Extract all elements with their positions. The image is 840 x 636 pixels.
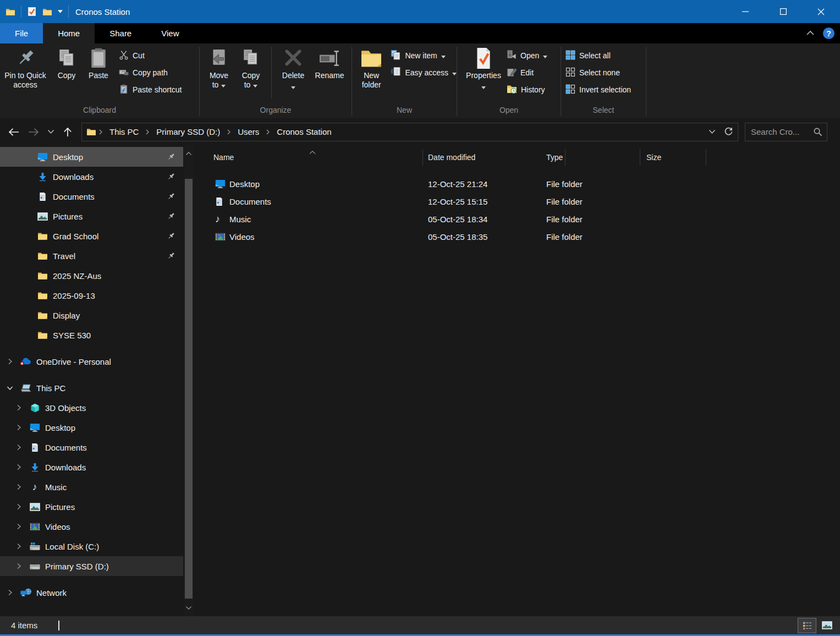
folder-icon[interactable] (42, 8, 52, 16)
breadcrumb-item[interactable]: This PC (105, 127, 143, 136)
file-row-music[interactable]: ♪Music05-Oct-25 18:34File folder (194, 210, 840, 228)
paste-shortcut-button[interactable]: Paste shortcut (119, 83, 182, 96)
file-row-desktop[interactable]: Desktop12-Oct-25 21:24File folder (194, 175, 840, 193)
history-button[interactable]: History (507, 83, 547, 96)
chevron-right-icon[interactable] (13, 522, 24, 531)
sidebar-item-music[interactable]: ♪Music (0, 477, 183, 497)
chevron-right-icon[interactable] (4, 588, 15, 597)
sidebar-item-display[interactable]: Display (0, 305, 183, 325)
sidebar-item-downloads[interactable]: Downloads (0, 167, 183, 187)
column-header-date-modified[interactable]: Date modified (428, 145, 475, 169)
sidebar-item-primary-ssd-d[interactable]: Primary SSD (D:) (0, 556, 183, 576)
sidebar-item-3d-objects[interactable]: 3D Objects (0, 398, 183, 418)
sidebar-item-documents[interactable]: Documents (0, 187, 183, 206)
sidebar-item-travel[interactable]: Travel (0, 246, 183, 266)
details-view-button[interactable] (798, 618, 816, 633)
sidebar-item-grad-school[interactable]: Grad School (0, 226, 183, 246)
sidebar-item-videos[interactable]: Videos (0, 517, 183, 536)
breadcrumb-item[interactable]: Users (233, 127, 263, 136)
search-icon[interactable] (813, 127, 827, 136)
sidebar-item-local-disk-c[interactable]: Local Disk (C:) (0, 536, 183, 556)
sidebar-item-syse-530[interactable]: SYSE 530 (0, 325, 183, 345)
tab-view[interactable]: View (146, 23, 194, 43)
collapse-ribbon-icon[interactable] (805, 29, 815, 38)
forward-button[interactable] (25, 124, 42, 140)
chevron-right-icon[interactable] (13, 562, 24, 571)
pin-to-quick-access-button[interactable]: Pin to Quick access (0, 43, 51, 90)
breadcrumb-item[interactable]: Primary SSD (D:) (152, 127, 224, 136)
chevron-right-icon[interactable] (13, 443, 24, 452)
back-button[interactable] (6, 124, 22, 140)
chevron-right-icon[interactable] (4, 357, 15, 366)
sidebar-item-downloads[interactable]: Downloads (0, 457, 183, 477)
file-row-videos[interactable]: Videos05-Oct-25 18:35File folder (194, 228, 840, 245)
column-header-type[interactable]: Type (546, 145, 563, 169)
rename-button[interactable]: Rename (310, 43, 349, 80)
breadcrumb-chevron-icon[interactable] (265, 129, 271, 135)
breadcrumb-chevron-icon[interactable] (144, 129, 151, 135)
chevron-right-icon[interactable] (13, 502, 24, 511)
column-header-size[interactable]: Size (646, 145, 661, 169)
column-divider[interactable] (640, 149, 640, 166)
minimize-button[interactable] (726, 0, 764, 23)
sidebar-item-network[interactable]: Network (0, 583, 183, 602)
file-row-documents[interactable]: Documents12-Oct-25 15:15File folder (194, 193, 840, 210)
copy-to-button[interactable]: Copy to (235, 43, 267, 90)
column-header-name[interactable]: Name (213, 145, 234, 169)
recent-locations-icon[interactable] (45, 124, 56, 140)
address-bar[interactable]: This PCPrimary SSD (D:)UsersCronos Stati… (81, 123, 738, 141)
properties-check-icon[interactable] (27, 7, 37, 17)
tab-file[interactable]: File (0, 23, 43, 43)
toolbar-dropdown-icon[interactable] (58, 10, 63, 13)
paste-button[interactable]: Paste (83, 43, 114, 80)
refresh-icon[interactable] (721, 124, 735, 140)
new-folder-button[interactable]: New folder (355, 43, 387, 90)
new-item-button[interactable]: New item (391, 49, 457, 62)
scrollbar-thumb[interactable] (185, 179, 193, 599)
sidebar-item-onedrive-personal[interactable]: OneDrive - Personal (0, 352, 183, 371)
chevron-right-icon[interactable] (13, 483, 24, 491)
chevron-down-icon[interactable] (4, 383, 15, 392)
sidebar-item-2025-09-13[interactable]: 2025-09-13 (0, 286, 183, 305)
select-none-button[interactable]: Select none (566, 66, 631, 79)
cut-button[interactable]: Cut (119, 49, 182, 62)
select-all-button[interactable]: Select all (566, 49, 631, 62)
open-button[interactable]: Open (507, 49, 547, 62)
copy-path-button[interactable]: Copy path (119, 66, 182, 79)
chevron-right-icon[interactable] (13, 542, 24, 551)
easy-access-button[interactable]: Easy access (391, 66, 457, 79)
close-button[interactable] (802, 0, 840, 23)
edit-button[interactable]: Edit (507, 66, 547, 79)
copy-button[interactable]: Copy (51, 43, 83, 80)
sidebar-item-documents[interactable]: Documents (0, 437, 183, 457)
sidebar-item-pictures[interactable]: Pictures (0, 497, 183, 517)
tab-share[interactable]: Share (95, 23, 146, 43)
chevron-right-icon[interactable] (13, 463, 24, 471)
scrollbar-down-icon[interactable] (184, 600, 194, 616)
sidebar-item-this-pc[interactable]: This PC (0, 378, 183, 398)
breadcrumb-item[interactable]: Cronos Station (272, 127, 336, 136)
address-dropdown-icon[interactable] (705, 124, 719, 140)
help-button[interactable]: ? (823, 28, 834, 39)
breadcrumb-chevron-icon[interactable] (226, 129, 232, 135)
sidebar-item-pictures[interactable]: Pictures (0, 206, 183, 226)
maximize-button[interactable] (764, 0, 802, 23)
thumbnails-view-button[interactable] (818, 618, 836, 632)
chevron-right-icon[interactable] (13, 423, 24, 432)
move-to-button[interactable]: Move to (203, 43, 235, 90)
breadcrumb-chevron-icon[interactable] (97, 129, 104, 135)
column-divider[interactable] (422, 149, 423, 166)
search-input[interactable] (745, 127, 813, 137)
up-button[interactable] (59, 124, 76, 140)
sidebar-item-desktop[interactable]: Desktop (0, 147, 183, 167)
sidebar-item-2025-nz-aus[interactable]: 2025 NZ-Aus (0, 266, 183, 286)
sidebar-item-desktop[interactable]: Desktop (0, 418, 183, 437)
delete-button[interactable]: Delete (276, 43, 310, 91)
scrollbar-up-icon[interactable] (184, 145, 194, 162)
column-divider[interactable] (565, 149, 566, 166)
chevron-right-icon[interactable] (13, 403, 24, 412)
tab-home[interactable]: Home (43, 23, 95, 43)
properties-button[interactable]: Properties (464, 43, 503, 91)
column-divider[interactable] (706, 149, 706, 166)
invert-selection-button[interactable]: Invert selection (566, 83, 631, 96)
